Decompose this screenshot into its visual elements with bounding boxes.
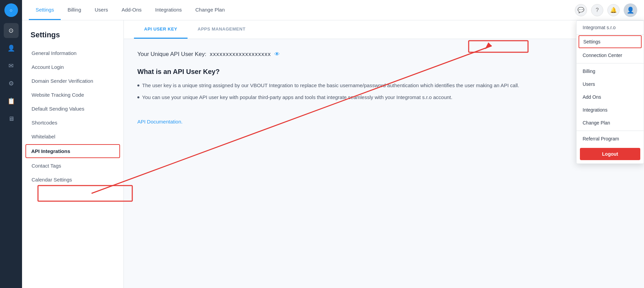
menu-item-calendar[interactable]: Calendar Settings <box>22 173 123 187</box>
nav-tab-changeplan[interactable]: Change Plan <box>189 0 232 20</box>
icon-sidebar: ○ ⊙ 👤 ✉ ⚙ 📋 🖥 <box>0 0 22 288</box>
api-bullet-1: The user key is a unique string assigned… <box>137 82 630 90</box>
menu-item-general[interactable]: General Information <box>22 46 123 60</box>
notification-icon-btn[interactable]: 🔔 <box>607 4 620 16</box>
api-doc-link[interactable]: API Documentation. <box>137 119 182 124</box>
dropdown-addons[interactable]: Add Ons <box>577 91 644 103</box>
dropdown-billing[interactable]: Billing <box>577 65 644 78</box>
api-bullet-text-1: The user key is a unique string assigned… <box>142 82 519 90</box>
dropdown-connection-center[interactable]: Connection Center <box>577 49 644 62</box>
api-bullet-2: You can use your unique API user key wit… <box>137 94 630 101</box>
dropdown-divider-2 <box>577 131 644 131</box>
settings-sidebar: Settings General Information Account Log… <box>22 20 124 288</box>
sidebar-dashboard-icon[interactable]: ⊙ <box>4 23 19 38</box>
dropdown-company: Integromat s.r.o <box>577 21 644 35</box>
main-content: Settings Billing Users Add-Ons Integrati… <box>22 0 644 288</box>
api-key-prefix: Your Unique API User Key: <box>137 51 207 58</box>
nav-tabs: Settings Billing Users Add-Ons Integrati… <box>29 0 232 20</box>
menu-item-shortcodes[interactable]: Shortcodes <box>22 116 123 130</box>
menu-item-tracking[interactable]: Website Tracking Code <box>22 88 123 102</box>
tab-api-user-key[interactable]: API USER KEY <box>134 20 188 39</box>
dropdown-changeplan[interactable]: Change Plan <box>577 116 644 129</box>
sidebar-contacts-icon[interactable]: 👤 <box>4 41 19 56</box>
settings-title: Settings <box>22 31 123 46</box>
api-bullet-text-2: You can use your unique API user key wit… <box>142 94 452 101</box>
bullet-dot-2 <box>137 96 139 98</box>
menu-item-api[interactable]: API Integrations <box>25 144 120 158</box>
nav-tab-addons[interactable]: Add-Ons <box>115 0 148 20</box>
page-body: Settings General Information Account Log… <box>22 20 644 288</box>
logo-icon[interactable]: ○ <box>4 3 18 17</box>
dropdown-divider-1 <box>577 63 644 63</box>
sidebar-forms-icon[interactable]: 📋 <box>4 94 19 109</box>
sidebar-email-icon[interactable]: ✉ <box>4 58 19 73</box>
sidebar-automation-icon[interactable]: ⚙ <box>4 76 19 91</box>
dropdown-settings[interactable]: Settings <box>579 35 642 48</box>
api-key-value: xxxxxxxxxxxxxxxxxxx <box>210 51 271 58</box>
eye-icon[interactable]: 👁 <box>274 51 280 57</box>
api-what-is-title: What is an API User Key? <box>137 68 630 76</box>
nav-tab-users[interactable]: Users <box>88 0 115 20</box>
avatar-btn[interactable]: 👤 <box>624 3 637 17</box>
dropdown-integrations[interactable]: Integrations <box>577 103 644 116</box>
help-icon-btn[interactable]: ? <box>591 4 603 16</box>
dropdown-logout-btn[interactable]: Logout <box>580 148 640 160</box>
sidebar-pages-icon[interactable]: 🖥 <box>4 111 19 126</box>
menu-item-sending[interactable]: Default Sending Values <box>22 102 123 116</box>
nav-tab-integrations[interactable]: Integrations <box>149 0 189 20</box>
settings-content: API USER KEY APPS MANAGEMENT Your Unique… <box>124 20 644 288</box>
dropdown-users[interactable]: Users <box>577 78 644 91</box>
dropdown-referral[interactable]: Referral Program <box>577 132 644 145</box>
user-dropdown: Integromat s.r.o Settings Connection Cen… <box>576 20 644 164</box>
menu-item-account-login[interactable]: Account Login <box>22 60 123 74</box>
nav-tab-settings[interactable]: Settings <box>29 0 61 20</box>
api-content-area: Your Unique API User Key: xxxxxxxxxxxxxx… <box>124 39 644 137</box>
top-nav: Settings Billing Users Add-Ons Integrati… <box>22 0 644 20</box>
chat-icon-btn[interactable]: 💬 <box>575 4 587 16</box>
menu-item-contact-tags[interactable]: Contact Tags <box>22 159 123 173</box>
menu-item-domain[interactable]: Domain Sender Verification <box>22 74 123 88</box>
api-key-line: Your Unique API User Key: xxxxxxxxxxxxxx… <box>137 51 630 58</box>
nav-tab-billing[interactable]: Billing <box>61 0 88 20</box>
nav-right: 💬 ? 🔔 👤 <box>575 3 637 17</box>
bullet-dot-1 <box>137 84 139 87</box>
menu-item-whitelabel[interactable]: Whitelabel <box>22 130 123 143</box>
tab-apps-management[interactable]: APPS MANAGEMENT <box>188 20 256 39</box>
content-tabs: API USER KEY APPS MANAGEMENT <box>124 20 644 39</box>
